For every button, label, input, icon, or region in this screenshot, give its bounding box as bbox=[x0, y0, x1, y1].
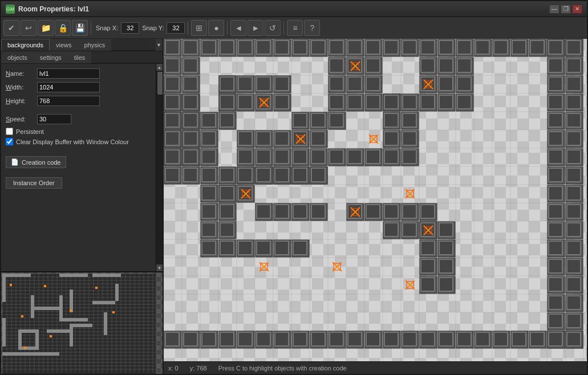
lock-btn[interactable]: 🔒 bbox=[55, 20, 71, 36]
room-editor-canvas[interactable] bbox=[164, 39, 587, 361]
name-row: Name: bbox=[6, 68, 151, 79]
title-controls: — ❐ ✕ bbox=[549, 5, 582, 14]
circle-btn[interactable]: ● bbox=[208, 20, 224, 36]
clear-display-label: Clear Display Buffer with Window Colour bbox=[16, 138, 129, 145]
persistent-label: Persistent bbox=[16, 128, 44, 135]
help-btn[interactable]: ? bbox=[304, 20, 320, 36]
clear-display-row: Clear Display Buffer with Window Colour bbox=[6, 138, 151, 145]
tabs-row-2: objects settings tiles bbox=[1, 51, 163, 64]
save-btn[interactable]: 💾 bbox=[72, 20, 88, 36]
clear-display-checkbox[interactable] bbox=[6, 138, 13, 145]
editor-panel: x: 0 y: 768 Press C to highlight objects… bbox=[164, 39, 587, 374]
persistent-checkbox[interactable] bbox=[6, 128, 13, 135]
restore-button[interactable]: ❐ bbox=[561, 5, 571, 14]
next-btn[interactable]: ► bbox=[248, 20, 263, 36]
speed-label: Speed: bbox=[6, 116, 37, 123]
undo-btn[interactable]: ↩ bbox=[21, 20, 37, 36]
creation-code-button[interactable]: 📄 Creation code bbox=[6, 156, 66, 168]
sep4 bbox=[283, 21, 284, 35]
room-canvas[interactable] bbox=[164, 39, 587, 361]
height-label: Height: bbox=[6, 97, 37, 104]
tabs-row-1: backgrounds views physics ▼ bbox=[1, 39, 163, 51]
cursor-y: y: 768 bbox=[190, 365, 207, 372]
sep1 bbox=[91, 21, 91, 35]
tab-backgrounds[interactable]: backgrounds bbox=[1, 39, 50, 51]
prev-btn[interactable]: ◄ bbox=[230, 20, 246, 36]
tab-objects[interactable]: objects bbox=[1, 51, 34, 63]
snap-x-label: Snap X: bbox=[96, 25, 118, 31]
creation-code-icon: 📄 bbox=[11, 158, 19, 166]
scroll-up-arrow[interactable]: ▲ bbox=[156, 64, 163, 71]
grid-btn[interactable]: ⊞ bbox=[191, 20, 207, 36]
checkmark-btn[interactable]: ✔ bbox=[3, 20, 19, 36]
minimap-canvas bbox=[1, 272, 163, 374]
status-bar: x: 0 y: 768 Press C to highlight objects… bbox=[164, 361, 587, 374]
minimize-button[interactable]: — bbox=[549, 5, 559, 14]
tab-physics[interactable]: physics bbox=[78, 39, 112, 51]
persistent-row: Persistent bbox=[6, 128, 151, 135]
title-bar-left: GM Room Properties: lvl1 bbox=[6, 5, 89, 14]
instance-order-button[interactable]: Instance Order bbox=[6, 177, 62, 189]
width-label: Width: bbox=[6, 84, 37, 91]
name-input[interactable] bbox=[37, 68, 100, 79]
tab-settings[interactable]: settings bbox=[34, 51, 68, 63]
scroll-thumb[interactable] bbox=[157, 72, 163, 95]
refresh-btn[interactable]: ↺ bbox=[265, 20, 281, 36]
height-input[interactable] bbox=[37, 96, 100, 106]
tab-views[interactable]: views bbox=[50, 39, 78, 51]
sep2 bbox=[188, 21, 188, 35]
speed-row: Speed: bbox=[6, 114, 151, 124]
list-btn[interactable]: ≡ bbox=[287, 20, 303, 36]
width-row: Width: bbox=[6, 82, 151, 92]
left-panel-scrollbar: ▲ ▼ bbox=[156, 64, 163, 271]
width-input[interactable] bbox=[37, 82, 100, 92]
window-title: Room Properties: lvl1 bbox=[18, 5, 89, 13]
minimap-container bbox=[1, 271, 163, 374]
main-window: GM Room Properties: lvl1 — ❐ ✕ ✔ ↩ 📁 🔒 💾… bbox=[0, 0, 588, 375]
tabs-scroll-down[interactable]: ▼ bbox=[155, 39, 163, 51]
scroll-down-arrow[interactable]: ▼ bbox=[156, 264, 163, 271]
left-panel: backgrounds views physics ▼ objects sett… bbox=[1, 39, 164, 374]
creation-code-label: Creation code bbox=[22, 159, 61, 166]
toolbar: ✔ ↩ 📁 🔒 💾 Snap X: Snap Y: ⊞ ● ◄ ► ↺ ≡ ? bbox=[1, 17, 587, 39]
speed-input[interactable] bbox=[37, 114, 71, 124]
snap-y-input[interactable] bbox=[167, 22, 185, 34]
tab-tiles[interactable]: tiles bbox=[68, 51, 92, 63]
snap-x-input[interactable] bbox=[121, 22, 139, 34]
cursor-x: x: 0 bbox=[168, 365, 179, 372]
panel-body: Name: Width: Height: bbox=[1, 64, 156, 271]
snap-y-label: Snap Y: bbox=[142, 25, 164, 31]
main-content: backgrounds views physics ▼ objects sett… bbox=[1, 39, 587, 374]
height-row: Height: bbox=[6, 96, 151, 106]
app-icon: GM bbox=[6, 5, 15, 14]
instance-order-label: Instance Order bbox=[13, 180, 55, 186]
sep3 bbox=[227, 21, 228, 35]
close-button[interactable]: ✕ bbox=[572, 5, 582, 14]
name-label: Name: bbox=[6, 70, 37, 77]
status-hint: Press C to highlight objects with creati… bbox=[218, 365, 347, 372]
title-bar: GM Room Properties: lvl1 — ❐ ✕ bbox=[1, 1, 587, 17]
open-btn[interactable]: 📁 bbox=[38, 20, 54, 36]
